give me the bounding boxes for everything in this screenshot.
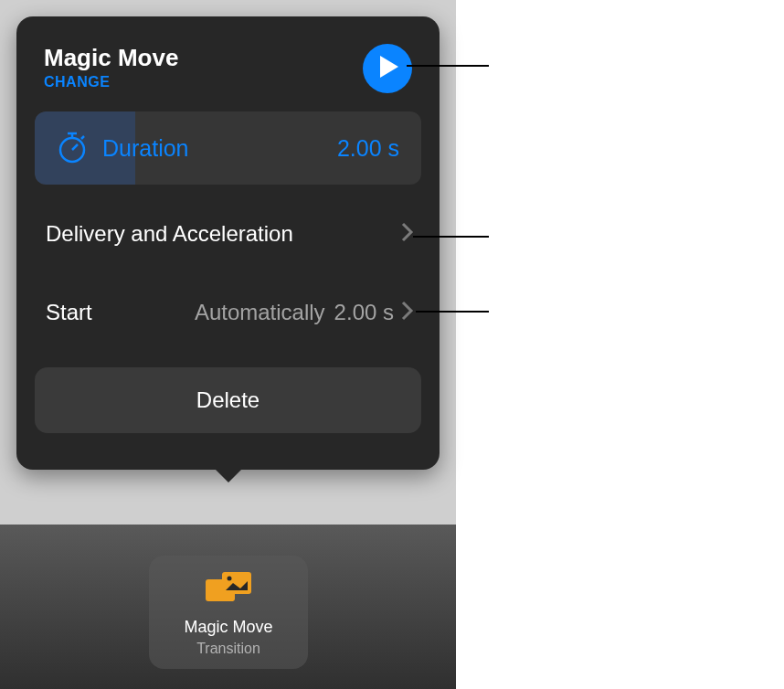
callout-line xyxy=(413,236,489,238)
svg-line-4 xyxy=(81,136,84,139)
duration-value: 2.00 s xyxy=(337,135,399,162)
popover-title: Magic Move xyxy=(44,44,178,72)
play-icon xyxy=(376,56,398,81)
delivery-label: Delivery and Acceleration xyxy=(46,221,401,247)
transition-name: Magic Move xyxy=(184,618,272,637)
delete-label: Delete xyxy=(196,387,260,413)
delete-button[interactable]: Delete xyxy=(35,367,421,433)
change-link[interactable]: CHANGE xyxy=(44,74,178,90)
start-mode: Automatically xyxy=(195,300,325,325)
chevron-right-icon xyxy=(401,222,414,246)
play-button[interactable] xyxy=(363,44,412,93)
magic-move-icon xyxy=(202,568,255,610)
delivery-row[interactable]: Delivery and Acceleration xyxy=(35,207,421,261)
duration-row[interactable]: Duration 2.00 s xyxy=(35,111,421,185)
transition-popover: Magic Move CHANGE Duration 2.00 s De xyxy=(16,16,440,470)
svg-point-7 xyxy=(228,576,232,580)
popover-header: Magic Move CHANGE xyxy=(35,44,421,111)
transition-sublabel: Transition xyxy=(196,641,260,657)
popover-title-block: Magic Move CHANGE xyxy=(44,44,178,90)
chevron-right-icon xyxy=(401,301,414,324)
callout-line xyxy=(416,311,489,313)
duration-label: Duration xyxy=(102,135,337,162)
start-time: 2.00 s xyxy=(334,300,394,325)
stopwatch-icon xyxy=(57,129,88,167)
start-row[interactable]: Start Automatically 2.00 s xyxy=(35,285,421,340)
svg-line-3 xyxy=(72,144,78,150)
callout-line xyxy=(407,65,489,67)
start-label: Start xyxy=(46,300,195,325)
transition-chip[interactable]: Magic Move Transition xyxy=(149,556,308,669)
